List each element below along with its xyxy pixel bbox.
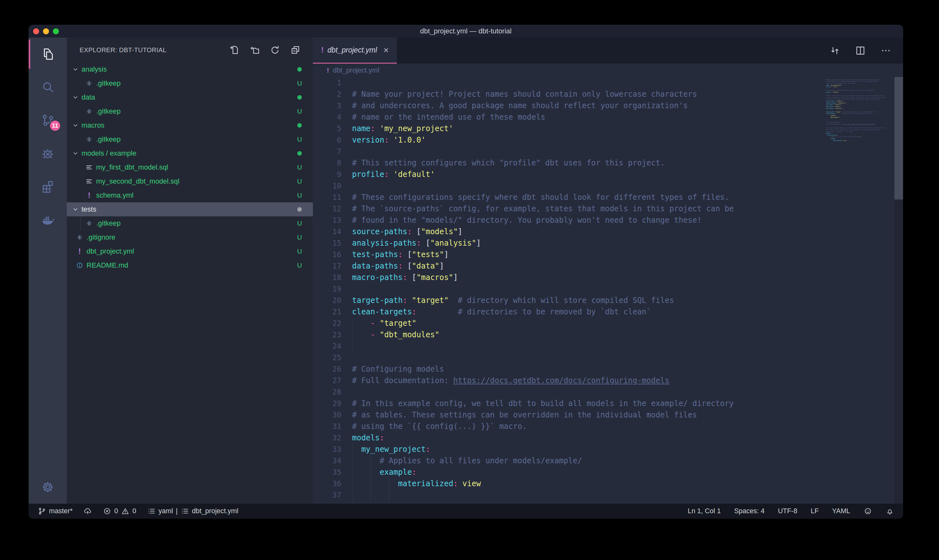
git-branch-status[interactable]: master* xyxy=(38,507,72,515)
code-token: - xyxy=(371,330,375,339)
code-line[interactable]: 5name: 'my_new_project' xyxy=(313,123,734,134)
problems-status[interactable]: 00 xyxy=(103,507,136,515)
code-line[interactable]: 1 xyxy=(313,77,734,88)
breadcrumb[interactable]: ! dbt_project.yml xyxy=(313,64,903,77)
sync-status[interactable] xyxy=(83,507,92,515)
code-line[interactable]: 28 xyxy=(313,386,734,398)
tree-file-schema-yml[interactable]: !schema.ymlU xyxy=(67,188,313,202)
code-line[interactable]: 4# name or the intended use of these mod… xyxy=(313,111,734,123)
tree-file-dbt-project-yml[interactable]: !dbt_project.ymlU xyxy=(67,245,313,258)
language-file-status[interactable]: yaml|dbt_project.yml xyxy=(147,507,239,515)
minimap[interactable]: # Name your project! Project names shoul… xyxy=(826,77,894,504)
tree-file--gitkeep[interactable]: .gitkeepU xyxy=(67,216,313,230)
code-line[interactable]: 30# as tables. These settings can be ove… xyxy=(313,409,734,421)
line-number: 29 xyxy=(313,398,352,409)
status-cursor-position[interactable]: Ln 1, Col 1 xyxy=(688,507,720,515)
code-line[interactable]: 22 - "target" xyxy=(313,317,734,329)
tree-file--gitkeep[interactable]: .gitkeepU xyxy=(67,105,313,118)
code-line[interactable]: 6version: '1.0.0' xyxy=(313,134,734,146)
code-line[interactable]: 34 # Applies to all files under models/e… xyxy=(313,455,734,466)
tree-file-my-second-dbt-model-sql[interactable]: my_second_dbt_model.sqlU xyxy=(67,174,313,188)
code-line[interactable]: 19 xyxy=(313,283,734,295)
yaml-warning-icon: ! xyxy=(327,67,329,74)
docker-icon xyxy=(40,212,55,227)
minimize-window-button[interactable] xyxy=(43,28,49,34)
code-line[interactable]: 7 xyxy=(313,146,734,157)
tree-file--gitignore[interactable]: .gitignoreU xyxy=(67,230,313,245)
new-file-button[interactable] xyxy=(229,45,240,55)
status-encoding[interactable]: UTF-8 xyxy=(778,507,797,515)
code-line[interactable]: 14source-paths: ["models"] xyxy=(313,226,734,237)
code-line[interactable]: 12# The `source-paths` config, for examp… xyxy=(313,203,734,214)
split-editor-button[interactable] xyxy=(855,45,866,56)
code-line[interactable]: 31# using the `{{ config(...) }}` macro. xyxy=(313,421,734,432)
code-line[interactable]: 8# This setting configures which "profil… xyxy=(313,157,734,169)
code-line[interactable]: 18macro-paths: ["macros"] xyxy=(313,272,734,283)
code-token: ] xyxy=(842,108,842,109)
code-editor[interactable]: 12# Name your project! Project names sho… xyxy=(313,77,903,504)
code-line[interactable]: 13# found in the "models/" directory. Yo… xyxy=(313,214,734,226)
status-indentation[interactable]: Spaces: 4 xyxy=(734,507,765,515)
code-line[interactable]: 16test-paths: ["tests"] xyxy=(313,249,734,260)
more-actions-button[interactable] xyxy=(880,45,891,56)
tree-folder-tests[interactable]: tests xyxy=(67,202,313,216)
tree-file-readme-md[interactable]: README.mdU xyxy=(67,258,313,272)
activity-bar-item-source-control[interactable]: 11 xyxy=(29,104,67,137)
source-control-badge: 11 xyxy=(49,120,61,132)
close-window-button[interactable] xyxy=(33,28,39,34)
code-token: macro-paths xyxy=(352,273,403,282)
zoom-window-button[interactable] xyxy=(53,28,59,34)
code-line[interactable]: 32models: xyxy=(313,432,734,443)
code-line[interactable]: 10 xyxy=(313,180,734,192)
scrollbar-thumb[interactable] xyxy=(894,77,903,200)
tree-folder-models-example[interactable]: models / example xyxy=(67,146,313,160)
code-line[interactable]: 29# In this example config, we tell dbt … xyxy=(313,398,734,409)
code-line[interactable]: 27# Full documentation: https://docs.get… xyxy=(313,375,734,386)
status-eol[interactable]: LF xyxy=(811,507,819,515)
tree-file--gitkeep[interactable]: .gitkeepU xyxy=(67,132,313,146)
code-token: version xyxy=(826,86,831,88)
code-line[interactable]: 37 xyxy=(313,489,734,501)
code-line[interactable]: 33 my_new_project: xyxy=(313,443,734,455)
code-token xyxy=(458,479,462,488)
collapse-all-button[interactable] xyxy=(290,45,301,55)
code-line[interactable]: 36 materialized: view xyxy=(313,478,734,489)
git-status-badge: U xyxy=(294,220,305,227)
status-language-mode[interactable]: YAML xyxy=(832,507,850,515)
activity-bar-item-manage[interactable] xyxy=(29,471,67,504)
code-line[interactable]: 15analysis-paths: ["analysis"] xyxy=(313,237,734,249)
open-changes-button[interactable] xyxy=(829,45,840,56)
code-line[interactable]: 9profile: 'default' xyxy=(313,169,734,180)
tab-dbt-project-yml[interactable]: ! dbt_project.yml × xyxy=(313,37,397,64)
chevron-down-icon xyxy=(72,66,79,73)
code-token: name xyxy=(826,84,829,86)
code-line[interactable]: 3# and underscores. A good package name … xyxy=(313,100,734,111)
activity-bar-item-extensions[interactable] xyxy=(29,170,67,203)
code-line[interactable]: 23 - "dbt_modules" xyxy=(313,329,734,340)
code-line[interactable]: 24 xyxy=(313,340,734,352)
code-line[interactable]: 21clean-targets: # directories to be rem… xyxy=(313,306,734,317)
status-notifications[interactable] xyxy=(885,507,894,515)
tree-file-my-first-dbt-model-sql[interactable]: my_first_dbt_model.sqlU xyxy=(67,160,313,174)
new-folder-button[interactable] xyxy=(249,45,260,55)
activity-bar-item-search[interactable] xyxy=(29,71,67,104)
code-line[interactable]: 17data-paths: ["data"] xyxy=(313,260,734,272)
code-line[interactable]: 11# These configurations specify where d… xyxy=(313,192,734,203)
tree-folder-macros[interactable]: macros xyxy=(67,118,313,132)
close-tab-icon[interactable]: × xyxy=(383,46,389,55)
status-feedback[interactable] xyxy=(864,507,872,515)
activity-bar-item-explorer[interactable] xyxy=(29,37,67,71)
activity-bar-item-run-debug[interactable] xyxy=(29,137,67,170)
tree-folder-data[interactable]: data xyxy=(67,90,313,105)
activity-bar-item-docker[interactable] xyxy=(29,203,67,236)
tree-file--gitkeep[interactable]: .gitkeepU xyxy=(67,76,313,90)
scrollbar[interactable] xyxy=(894,77,903,504)
refresh-button[interactable] xyxy=(269,45,280,55)
tree-folder-analysis[interactable]: analysis xyxy=(67,62,313,76)
code-line[interactable]: 2# Name your project! Project names shou… xyxy=(313,88,734,100)
code-line[interactable]: 20target-path: "target" # directory whic… xyxy=(313,295,734,306)
code-token: ] xyxy=(840,104,841,105)
code-line[interactable]: 25 xyxy=(313,352,734,363)
code-line[interactable]: 35 example: xyxy=(313,466,734,478)
code-line[interactable]: 26# Configuring models xyxy=(313,363,734,375)
